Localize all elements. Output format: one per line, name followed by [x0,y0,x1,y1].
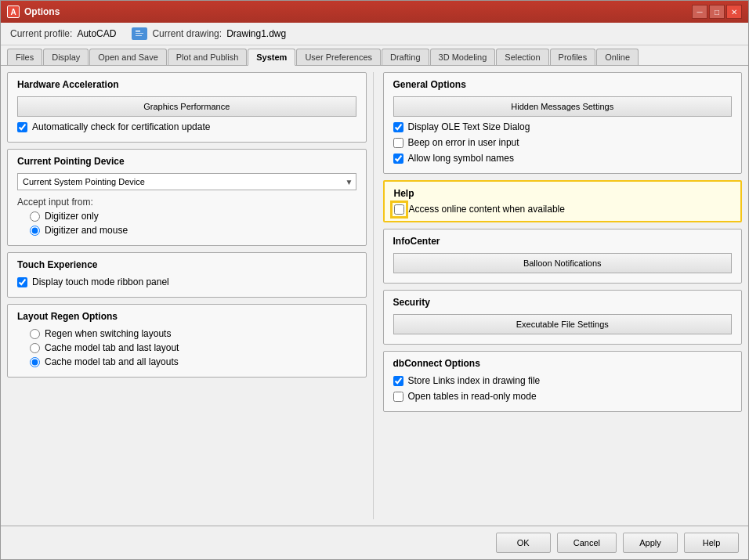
info-center-title: InfoCenter [393,236,733,247]
help-button[interactable]: Help [684,533,739,553]
current-profile-label: Current profile: [10,28,72,39]
left-panel: Hardware Acceleration Graphics Performan… [7,72,374,519]
minimize-button[interactable]: ─ [692,5,707,19]
close-button[interactable]: ✕ [726,5,742,19]
beep-error-row: Beep on error in user input [393,137,733,148]
pointing-device-dropdown[interactable]: Current System Pointing Device Wintab Co… [17,173,356,190]
hardware-acceleration-section: Hardware Acceleration Graphics Performan… [7,72,367,143]
beep-error-label: Beep on error in user input [408,137,519,148]
regen-switching-label: Regen when switching layouts [45,328,171,339]
layout-regen-section: Layout Regen Options Regen when switchin… [7,304,367,378]
cache-model-all-radio[interactable] [30,357,40,367]
pointing-device-dropdown-wrapper: Current System Pointing Device Wintab Co… [17,173,356,190]
ok-button[interactable]: OK [496,533,551,553]
display-ribbon-checkbox[interactable] [17,277,27,287]
tab-profiles[interactable]: Profiles [550,49,596,65]
tab-plot-publish[interactable]: Plot and Publish [168,49,248,65]
graphics-performance-button[interactable]: Graphics Performance [17,96,356,117]
help-title: Help [394,188,732,199]
access-online-label: Access online content when available [409,204,565,215]
digitizer-only-label: Digitizer only [45,211,99,222]
digitizer-mouse-label: Digitizer and mouse [45,225,128,236]
cache-model-last-radio[interactable] [30,343,40,353]
svg-rect-3 [136,35,142,36]
apply-button[interactable]: Apply [623,533,678,553]
app-icon: A [7,5,20,18]
window-title: Options [24,6,60,17]
open-tables-label: Open tables in read-only mode [408,391,537,402]
svg-rect-1 [136,31,140,32]
allow-long-checkbox[interactable] [393,154,403,164]
tab-3d-modeling[interactable]: 3D Modeling [430,49,496,65]
digitizer-mouse-radio[interactable] [30,226,40,236]
info-center-section: InfoCenter Balloon Notifications [383,229,743,284]
tab-drafting[interactable]: Drafting [382,49,429,65]
digitizer-mouse-row: Digitizer and mouse [30,225,356,236]
allow-long-row: Allow long symbol names [393,153,733,164]
access-online-checkbox[interactable] [394,204,404,215]
auto-check-label: Automatically check for certification up… [32,121,210,132]
store-links-label: Store Links index in drawing file [408,375,541,386]
display-ole-row: Display OLE Text Size Dialog [393,121,733,132]
general-options-section: General Options Hidden Messages Settings… [383,72,743,174]
main-content: Hardware Acceleration Graphics Performan… [1,66,748,526]
options-window: A Options ─ □ ✕ Current profile: AutoCAD… [0,0,749,560]
current-profile-section: Current profile: AutoCAD [10,28,116,39]
current-drawing-label: Current drawing: [152,28,222,39]
regen-switching-radio[interactable] [30,329,40,339]
tab-online[interactable]: Online [596,49,639,65]
open-tables-row: Open tables in read-only mode [393,391,733,402]
store-links-checkbox[interactable] [393,376,403,386]
beep-error-checkbox[interactable] [393,138,403,148]
open-tables-checkbox[interactable] [393,392,403,402]
cache-model-last-row: Cache model tab and last layout [30,342,356,353]
tab-selection[interactable]: Selection [496,49,548,65]
title-bar-left: A Options [7,5,60,18]
security-section: Security Executable File Settings [383,290,743,345]
access-online-row: Access online content when available [394,204,732,215]
touch-experience-section: Touch Experience Display touch mode ribb… [7,252,367,298]
dbconnect-section: dbConnect Options Store Links index in d… [383,351,743,412]
cancel-button[interactable]: Cancel [557,533,617,553]
accept-input-label: Accept input from: [17,197,356,208]
hardware-acceleration-title: Hardware Acceleration [17,79,356,90]
balloon-notifications-button[interactable]: Balloon Notifications [393,253,733,273]
current-drawing-value: Drawing1.dwg [226,28,286,39]
help-section: Help Access online content when availabl… [383,180,743,222]
regen-switching-row: Regen when switching layouts [30,328,356,339]
dbconnect-title: dbConnect Options [393,358,733,369]
display-ole-label: Display OLE Text Size Dialog [408,121,530,132]
drawing-icon [132,27,147,40]
tab-open-save[interactable]: Open and Save [89,49,166,65]
digitizer-only-radio[interactable] [30,211,40,222]
general-options-title: General Options [393,79,733,90]
store-links-row: Store Links index in drawing file [393,375,733,386]
pointing-device-section: Current Pointing Device Current System P… [7,149,367,246]
current-drawing-section: Current drawing: Drawing1.dwg [132,27,286,40]
title-bar: A Options ─ □ ✕ [1,1,748,23]
title-controls: ─ □ ✕ [692,5,742,19]
right-panel: General Options Hidden Messages Settings… [374,72,743,519]
tab-display[interactable]: Display [43,49,89,65]
svg-rect-2 [136,33,143,34]
display-ribbon-row: Display touch mode ribbon panel [17,276,356,287]
pointing-device-title: Current Pointing Device [17,156,356,167]
allow-long-label: Allow long symbol names [408,153,514,164]
digitizer-only-row: Digitizer only [30,211,356,222]
tabs-bar: Files Display Open and Save Plot and Pub… [1,45,748,66]
cache-model-all-label: Cache model tab and all layouts [45,356,179,367]
display-ole-checkbox[interactable] [393,122,403,132]
maximize-button[interactable]: □ [709,5,725,19]
cache-model-all-row: Cache model tab and all layouts [30,356,356,367]
profile-bar: Current profile: AutoCAD Current drawing… [1,23,748,45]
tab-files[interactable]: Files [7,49,42,65]
footer: OK Cancel Apply Help [1,526,748,559]
tab-system[interactable]: System [248,49,295,66]
display-ribbon-label: Display touch mode ribbon panel [32,276,169,287]
auto-check-checkbox[interactable] [17,122,27,132]
cache-model-last-label: Cache model tab and last layout [45,342,179,353]
executable-file-button[interactable]: Executable File Settings [393,314,733,334]
touch-experience-title: Touch Experience [17,259,356,270]
hidden-messages-button[interactable]: Hidden Messages Settings [393,96,733,117]
tab-user-preferences[interactable]: User Preferences [296,49,381,65]
